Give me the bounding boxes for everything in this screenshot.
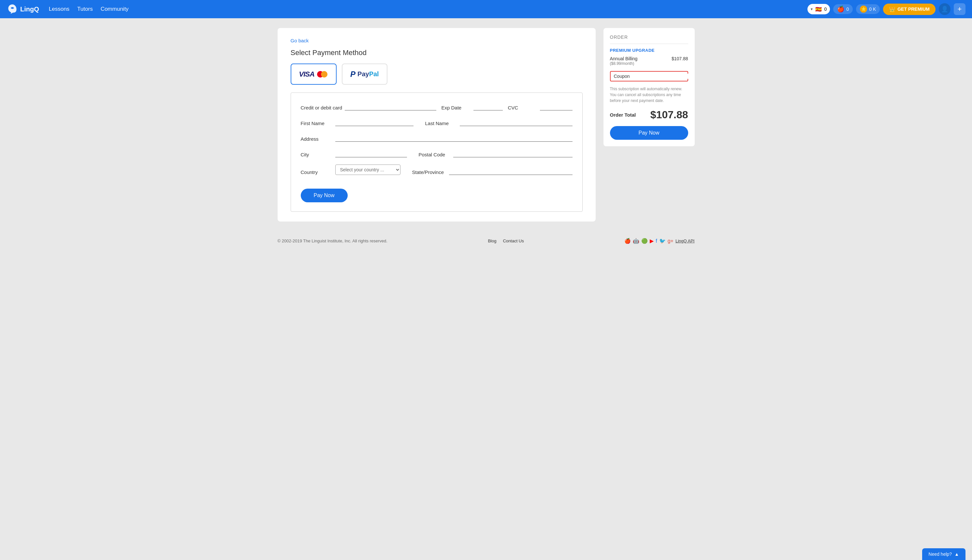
coupon-row: Coupon [610, 71, 688, 82]
billing-label: Annual Billing [610, 56, 638, 61]
premium-button[interactable]: 👑 GET PREMIUM [883, 3, 935, 15]
premium-upgrade-label: PREMIUM UPGRADE [610, 48, 688, 53]
billing-info: Annual Billing ($8.99/month) [610, 56, 638, 66]
footer-links: Blog Contact Us [488, 238, 524, 243]
visa-logo: VISA [299, 70, 328, 78]
nav-tutors[interactable]: Tutors [77, 6, 93, 12]
chrome-footer-icon: 🟢 [641, 238, 648, 244]
exp-date-input[interactable] [473, 102, 503, 110]
add-button[interactable]: + [954, 3, 965, 15]
paypal-p-icon: P [350, 70, 355, 79]
order-total-row: Order Total $107.88 [610, 109, 688, 121]
premium-label: GET PREMIUM [897, 7, 930, 12]
footer-icons: 🍎 🤖 🟢 ▶ f 🐦 g+ LingQ API [624, 238, 694, 244]
last-name-input[interactable] [460, 118, 572, 126]
chevron-up-icon: ▲ [954, 552, 959, 557]
need-help-label: Need help? [929, 552, 952, 557]
exp-date-label: Exp Date [442, 105, 471, 110]
footer: © 2002-2019 The Linguist Institute, Inc.… [258, 231, 714, 250]
page-title: Select Payment Method [291, 48, 583, 57]
youtube-footer-icon: ▶ [650, 238, 654, 244]
postal-code-label: Postal Code [419, 152, 448, 157]
country-state-row: Country Select your country ... United S… [301, 165, 572, 175]
visa-text: VISA [299, 70, 314, 78]
android-footer-icon: 🤖 [633, 238, 639, 244]
coupon-input[interactable] [633, 73, 690, 79]
user-icon: 👤 [941, 5, 948, 13]
coupon-label: Coupon [614, 73, 630, 79]
plus-icon: + [958, 5, 962, 13]
avatar-button[interactable]: 👤 [939, 3, 950, 15]
apple-count: 0 [846, 7, 849, 12]
coin-icon: ⭐ [860, 5, 867, 13]
first-name-input[interactable] [335, 118, 413, 126]
cvc-input[interactable] [540, 102, 572, 110]
page-content: Go back Select Payment Method VISA P [258, 18, 714, 231]
facebook-footer-icon: f [655, 238, 657, 244]
billing-sub: ($8.99/month) [610, 61, 638, 66]
card-label: Credit or debit card [301, 105, 342, 110]
billing-price: $107.88 [672, 56, 688, 61]
order-total-amount: $107.88 [650, 109, 688, 121]
first-name-label: First Name [301, 120, 330, 126]
paypal-text: PayPal [357, 70, 379, 78]
logo[interactable]: LingQ [7, 3, 39, 15]
mastercard-icon [317, 71, 328, 78]
chevron-down-icon: ▾ [811, 7, 813, 12]
country-select[interactable]: Select your country ... United States Ca… [335, 165, 400, 175]
nav-links: Lessons Tutors Community [49, 6, 807, 12]
order-title: ORDER [610, 35, 688, 40]
name-row: First Name Last Name [301, 118, 572, 126]
country-label: Country [301, 169, 330, 175]
apple-badge: 🍎 0 [833, 4, 853, 14]
flag-icon: 🇪🇸 [815, 5, 822, 13]
need-help-button[interactable]: Need help? ▲ [922, 548, 965, 560]
navbar: LingQ Lessons Tutors Community ▾ 🇪🇸 0 🍎 … [0, 0, 972, 18]
order-total-label: Order Total [610, 112, 636, 118]
apple-icon: 🍎 [837, 5, 844, 13]
twitter-footer-icon: 🐦 [659, 238, 666, 244]
city-input[interactable] [335, 149, 407, 157]
coin-count: 0 K [869, 7, 876, 12]
blog-link[interactable]: Blog [488, 238, 496, 243]
navbar-right: ▾ 🇪🇸 0 🍎 0 ⭐ 0 K 👑 GET PREMIUM 👤 + [807, 3, 965, 15]
lingq-api-label[interactable]: LingQ API [675, 238, 695, 243]
last-name-label: Last Name [425, 120, 455, 126]
cvc-label: CVC [508, 105, 537, 110]
postal-code-input[interactable] [453, 149, 572, 157]
social-footer-icon: g+ [668, 238, 674, 244]
order-panel: ORDER PREMIUM UPGRADE Annual Billing ($8… [604, 28, 695, 146]
nav-lessons[interactable]: Lessons [49, 6, 69, 12]
paypal-logo: P PayPal [350, 70, 379, 79]
form-pay-button[interactable]: Pay Now [301, 188, 348, 202]
address-row: Address [301, 133, 572, 142]
address-label: Address [301, 136, 330, 142]
billing-row: Annual Billing ($8.99/month) $107.88 [610, 56, 688, 66]
contact-link[interactable]: Contact Us [503, 238, 524, 243]
apple-footer-icon: 🍎 [624, 238, 631, 244]
lang-count: 0 [824, 7, 827, 12]
logo-text: LingQ [20, 5, 39, 13]
language-badge[interactable]: ▾ 🇪🇸 0 [807, 4, 830, 14]
renewal-note: This subscription will automatically ren… [610, 86, 688, 103]
city-label: City [301, 152, 330, 157]
coin-badge: ⭐ 0 K [856, 4, 880, 14]
address-input[interactable] [335, 133, 572, 142]
city-postal-row: City Postal Code [301, 149, 572, 157]
payment-methods: VISA P PayPal [291, 63, 583, 85]
state-label: State/Province [412, 169, 444, 175]
order-pay-button[interactable]: Pay Now [610, 126, 688, 140]
state-input[interactable] [449, 167, 572, 175]
visa-payment-card[interactable]: VISA [291, 63, 337, 85]
card-row: Credit or debit card Exp Date CVC [301, 102, 572, 110]
go-back-link[interactable]: Go back [291, 38, 309, 43]
paypal-payment-card[interactable]: P PayPal [342, 63, 387, 85]
divider-1 [610, 43, 688, 44]
payment-form: Credit or debit card Exp Date CVC First … [291, 93, 583, 212]
crown-icon: 👑 [889, 6, 895, 12]
main-panel: Go back Select Payment Method VISA P [278, 28, 596, 222]
card-number-input[interactable] [345, 102, 436, 110]
nav-community[interactable]: Community [101, 6, 129, 12]
copyright-text: © 2002-2019 The Linguist Institute, Inc.… [278, 238, 387, 243]
